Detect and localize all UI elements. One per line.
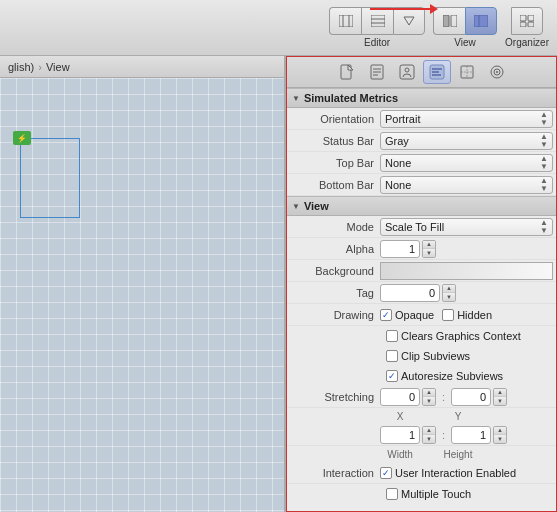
hidden-checkbox[interactable] (442, 309, 454, 321)
stretching-y-field[interactable]: 0 (451, 388, 491, 406)
view-badge: ⚡ (13, 131, 31, 145)
top-bar-arrow: ▲▼ (540, 155, 548, 171)
opaque-checkbox-wrap[interactable]: Opaque (380, 309, 434, 321)
stretching-row: Stretching 0 ▲ ▼ : 0 ▲ ▼ (286, 386, 557, 408)
svg-point-30 (496, 71, 498, 73)
bottom-bar-arrow: ▲▼ (540, 177, 548, 193)
dimension-row: 1 ▲ ▼ : 1 ▲ ▼ (286, 424, 557, 446)
alpha-field[interactable]: 1 (380, 240, 420, 258)
stretching-x-stepper-up[interactable]: ▲ (423, 389, 435, 397)
status-bar-select[interactable]: Gray ▲▼ (380, 132, 553, 150)
attributes-tab[interactable] (423, 60, 451, 84)
simulated-metrics-header[interactable]: ▼ Simulated Metrics (286, 88, 557, 108)
tag-row: Tag 0 ▲ ▼ (286, 282, 557, 304)
stretching-x-stepper[interactable]: ▲ ▼ (422, 388, 436, 406)
width-stepper-up[interactable]: ▲ (423, 427, 435, 435)
main-content: glish) › View ⚡ (0, 56, 557, 512)
right-tabs (286, 56, 557, 88)
identity-tab[interactable] (393, 60, 421, 84)
user-interaction-checkbox-wrap[interactable]: User Interaction Enabled (380, 467, 516, 479)
height-stepper-up[interactable]: ▲ (494, 427, 506, 435)
organizer-btn[interactable] (511, 7, 543, 35)
drawing-row: Drawing Opaque Hidden (286, 304, 557, 326)
stretching-y-stepper-up[interactable]: ▲ (494, 389, 506, 397)
view-section-header[interactable]: ▼ View (286, 196, 557, 216)
tag-label: Tag (290, 287, 380, 299)
background-control (380, 262, 553, 280)
background-color-well[interactable] (380, 262, 553, 280)
size-tab[interactable] (453, 60, 481, 84)
editor-btn-1[interactable] (329, 7, 361, 35)
canvas-grid: ⚡ (0, 78, 284, 512)
tag-field[interactable]: 0 (380, 284, 440, 302)
tag-control: 0 ▲ ▼ (380, 284, 553, 302)
height-field[interactable]: 1 (451, 426, 491, 444)
hidden-checkbox-wrap[interactable]: Hidden (442, 309, 492, 321)
status-bar-control: Gray ▲▼ (380, 132, 553, 150)
stretching-y-stepper[interactable]: ▲ ▼ (493, 388, 507, 406)
xy-axis-row: X Y (286, 408, 557, 424)
stretching-x-field[interactable]: 0 (380, 388, 420, 406)
clears-graphics-checkbox-wrap[interactable]: Clears Graphics Context (386, 330, 521, 342)
arrow-line (370, 8, 430, 10)
user-interaction-checkbox[interactable] (380, 467, 392, 479)
editor-label: Editor (364, 37, 390, 48)
quick-help-tab[interactable] (363, 60, 391, 84)
right-panel: ▼ Simulated Metrics Orientation Portrait… (285, 56, 557, 512)
clip-subviews-checkbox[interactable] (386, 350, 398, 362)
stretching-fields: 0 ▲ ▼ : 0 ▲ ▼ (380, 388, 553, 406)
tag-stepper-down[interactable]: ▼ (443, 293, 455, 301)
breadcrumb-sep: › (38, 61, 42, 73)
inspector[interactable]: ▼ Simulated Metrics Orientation Portrait… (286, 88, 557, 512)
height-stepper[interactable]: ▲ ▼ (493, 426, 507, 444)
orientation-select[interactable]: Portrait ▲▼ (380, 110, 553, 128)
svg-rect-10 (520, 15, 526, 21)
multiple-touch-checkbox[interactable] (386, 488, 398, 500)
clip-subviews-label: Clip Subviews (401, 350, 470, 362)
width-field[interactable]: 1 (380, 426, 420, 444)
autoresize-row: Autoresize Subviews (286, 366, 557, 386)
breadcrumb: glish) › View (0, 56, 284, 78)
mode-value: Scale To Fill (385, 221, 444, 233)
top-bar-select[interactable]: None ▲▼ (380, 154, 553, 172)
clears-graphics-row: Clears Graphics Context (286, 326, 557, 346)
view-section-toolbar: View (433, 7, 497, 48)
stretching-x-stepper-down[interactable]: ▼ (423, 397, 435, 405)
alpha-stepper-up[interactable]: ▲ (423, 241, 435, 249)
multiple-touch-checkbox-wrap[interactable]: Multiple Touch (386, 488, 471, 500)
interaction-label: Interaction (290, 467, 380, 479)
height-stepper-down[interactable]: ▼ (494, 435, 506, 443)
connections-tab[interactable] (483, 60, 511, 84)
view-btn-2[interactable] (465, 7, 497, 35)
status-bar-arrow: ▲▼ (540, 133, 548, 149)
tag-stepper-up[interactable]: ▲ (443, 285, 455, 293)
interaction-row: Interaction User Interaction Enabled (286, 462, 557, 484)
clip-subviews-checkbox-wrap[interactable]: Clip Subviews (386, 350, 470, 362)
alpha-stepper[interactable]: ▲ ▼ (422, 240, 436, 258)
autoresize-checkbox-wrap[interactable]: Autoresize Subviews (386, 370, 503, 382)
drawing-control: Opaque Hidden (380, 309, 553, 321)
background-label: Background (290, 265, 380, 277)
mode-label: Mode (290, 221, 380, 233)
width-stepper-down[interactable]: ▼ (423, 435, 435, 443)
tag-stepper[interactable]: ▲ ▼ (442, 284, 456, 302)
top-bar-label: Top Bar (290, 157, 380, 169)
orientation-row: Orientation Portrait ▲▼ (286, 108, 557, 130)
autoresize-checkbox[interactable] (386, 370, 398, 382)
arrow-head (430, 4, 438, 14)
bottom-bar-select[interactable]: None ▲▼ (380, 176, 553, 194)
svg-rect-12 (520, 22, 526, 27)
alpha-stepper-down[interactable]: ▼ (423, 249, 435, 257)
opaque-checkbox[interactable] (380, 309, 392, 321)
y-axis-label: Y (438, 411, 478, 422)
multiple-touch-row: Multiple Touch (286, 484, 557, 504)
bottom-bar-value: None (385, 179, 411, 191)
orientation-value: Portrait (385, 113, 420, 125)
orientation-label: Orientation (290, 113, 380, 125)
mode-select[interactable]: Scale To Fill ▲▼ (380, 218, 553, 236)
file-inspector-tab[interactable] (333, 60, 361, 84)
width-stepper[interactable]: ▲ ▼ (422, 426, 436, 444)
stretching-y-stepper-down[interactable]: ▼ (494, 397, 506, 405)
user-interaction-label: User Interaction Enabled (395, 467, 516, 479)
clears-graphics-checkbox[interactable] (386, 330, 398, 342)
